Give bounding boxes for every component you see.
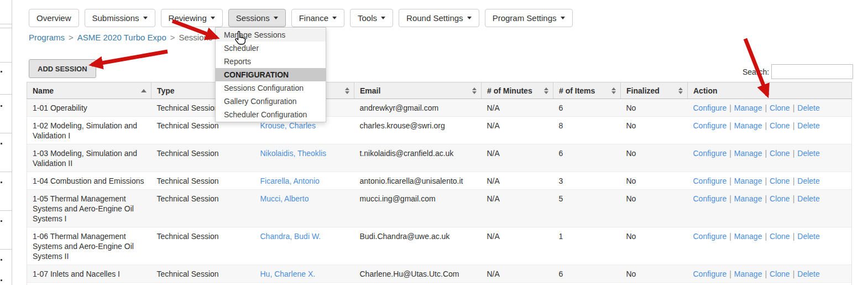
manage-link[interactable]: Manage [734,121,762,130]
column-header-inner: Action [688,86,851,95]
chair-link[interactable]: Mucci, Alberto [260,194,309,203]
sort-down-triangle [345,91,349,94]
column-header-email[interactable]: Email [354,82,482,99]
chevron-down-icon [467,17,472,19]
delete-link[interactable]: Delete [797,121,819,130]
cell-items: 4 [553,283,621,285]
delete-link[interactable]: Delete [797,149,819,158]
manage-link[interactable]: Manage [734,103,762,112]
action-separator: | [729,194,731,203]
manage-link[interactable]: Manage [734,270,762,278]
collapsed-sidebar[interactable] [0,0,12,285]
sidebar-divider [0,249,12,250]
clone-link[interactable]: Clone [770,121,790,130]
manage-link[interactable]: Manage [734,149,762,158]
sort-both-icon[interactable] [345,87,349,94]
configure-link[interactable]: Configure [693,149,727,158]
clone-link[interactable]: Clone [770,103,790,112]
sort-both-icon[interactable] [472,87,477,94]
nav-button-round-settings[interactable]: Round Settings [399,9,479,27]
sort-down-triangle [544,91,548,94]
configure-link[interactable]: Configure [693,177,727,185]
cell-name: 1-01 Operability [27,99,151,117]
clone-link[interactable]: Clone [770,149,790,158]
sidebar-item-mark [1,71,2,72]
clone-link[interactable]: Clone [770,177,790,185]
cell-finalized: No [621,144,688,172]
add-session-button[interactable]: ADD SESSION [29,59,96,78]
chair-link[interactable]: Nikolaidis, Theoklis [260,149,327,158]
nav-button-finance[interactable]: Finance [291,9,344,27]
column-header-label: Email [360,86,380,95]
configure-link[interactable]: Configure [693,194,727,203]
nav-button-tools[interactable]: Tools [350,9,393,27]
cell-chair: Hu, Charlene X. [255,265,354,283]
search-input[interactable] [771,64,853,79]
sort-down-triangle [472,91,477,94]
cell-minutes: N/A [482,227,553,265]
breadcrumb-link[interactable]: ASME 2020 Turbo Expo [77,33,166,42]
dropdown-section-header: CONFIGURATION [216,68,326,81]
delete-link[interactable]: Delete [797,103,819,112]
sort-both-icon[interactable] [611,87,616,94]
chair-link[interactable]: Hu, Charlene X. [260,270,316,278]
sort-both-icon[interactable] [678,87,683,94]
cell-name: 1-03 Modeling, Simulation and Validation… [27,144,151,172]
nav-button-program-settings[interactable]: Program Settings [485,9,573,27]
delete-link[interactable]: Delete [797,194,819,203]
nav-button-overview[interactable]: Overview [29,9,79,27]
column-header-label: Action [693,86,718,95]
manage-link[interactable]: Manage [734,194,762,203]
configure-link[interactable]: Configure [693,270,727,278]
delete-link[interactable]: Delete [797,232,819,241]
nav-button-label: Submissions [92,13,139,23]
dropdown-item-manage-sessions[interactable]: Manage Sessions [216,28,326,42]
action-separator: | [793,232,795,241]
sidebar-divider [0,172,12,172]
dropdown-item-sessions-configuration[interactable]: Sessions Configuration [216,81,326,95]
sort-ascending-icon[interactable] [141,89,147,92]
cell-type: Technical Session [151,265,255,283]
column-header--of-items[interactable]: # of Items [553,82,621,99]
configure-link[interactable]: Configure [693,121,727,130]
nav-button-reviewing[interactable]: Reviewing [161,9,223,27]
nav-button-submissions[interactable]: Submissions [85,9,155,27]
sort-up-triangle [611,87,616,90]
breadcrumb-separator: > [69,33,74,42]
dropdown-item-scheduler[interactable]: Scheduler [216,42,326,55]
cell-type: Technical Session [151,172,255,190]
cell-type: Technical Session [151,227,255,265]
clone-link[interactable]: Clone [770,270,790,278]
sort-both-icon[interactable] [544,87,548,94]
dropdown-item-gallery-configuration[interactable]: Gallery Configuration [216,95,326,108]
nav-button-sessions[interactable]: Sessions [228,9,286,27]
configure-link[interactable]: Configure [693,103,727,112]
column-header--of-minutes[interactable]: # of Minutes [482,82,553,99]
chevron-down-icon [561,17,565,19]
column-header-action[interactable]: Action [688,82,852,99]
column-header-name[interactable]: Name [27,82,151,99]
chair-link[interactable]: Krouse, Charles [260,121,316,130]
cell-email: Budi.Chandra@uwe.ac.uk [354,227,482,265]
chair-link[interactable]: Ficarella, Antonio [260,177,320,185]
column-header-finalized[interactable]: Finalized [621,82,688,99]
clone-link[interactable]: Clone [770,194,790,203]
sort-down-triangle [611,91,616,94]
clone-link[interactable]: Clone [770,232,790,241]
manage-link[interactable]: Manage [734,177,762,185]
column-header-label: Name [33,86,54,95]
chair-link[interactable]: Chandra, Budi W. [260,232,321,241]
action-separator: | [793,194,795,203]
configure-link[interactable]: Configure [693,232,727,241]
manage-link[interactable]: Manage [734,232,762,241]
dropdown-item-scheduler-configuration[interactable]: Scheduler Configuration [216,108,326,121]
dropdown-item-reports[interactable]: Reports [216,55,326,68]
breadcrumb-link[interactable]: Programs [29,33,65,42]
sort-down-triangle [678,91,683,94]
breadcrumb-current: Sessions [179,33,213,42]
delete-link[interactable]: Delete [797,177,819,185]
cell-minutes: N/A [482,117,553,144]
cell-items: 1 [553,227,621,265]
delete-link[interactable]: Delete [797,270,819,278]
nav-button-label: Round Settings [406,13,463,23]
